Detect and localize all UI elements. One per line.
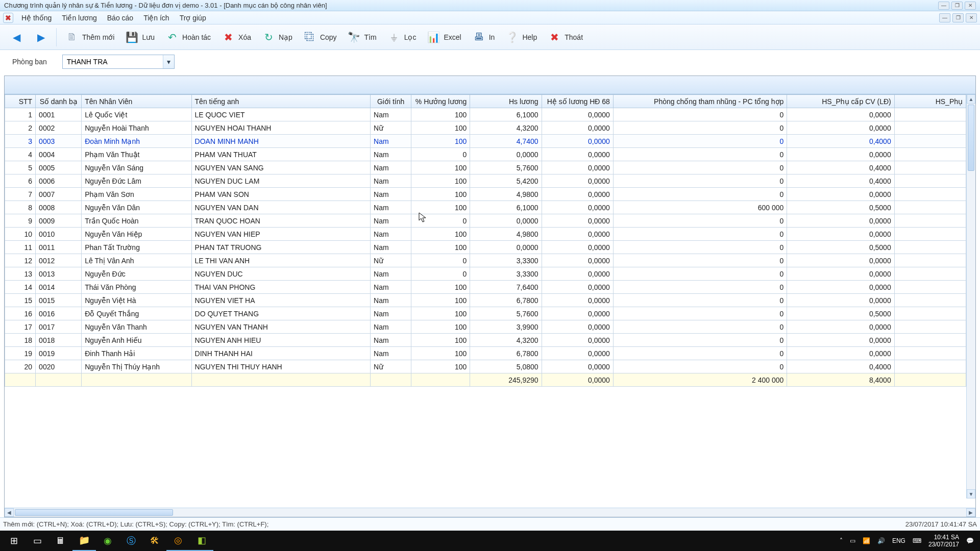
cell-gt: Nam [371, 108, 411, 121]
table-row[interactable]: 120012Lê Thị Vân AnhLE THI VAN ANHNữ03,3… [5, 254, 966, 267]
table-row[interactable]: 20002Nguyễn Hoài ThanhNGUYEN HOAI THANHN… [5, 121, 966, 135]
tools-icon[interactable]: 🛠 [143, 531, 166, 551]
window-minimize-button[interactable]: — [938, 2, 949, 10]
camtasia-icon[interactable]: ◧ [190, 531, 213, 551]
col-stt[interactable]: STT [5, 95, 36, 108]
battery-icon[interactable]: ▭ [850, 537, 855, 544]
excel-button[interactable]: 📊Excel [422, 28, 467, 46]
menu-trogiup[interactable]: Trợ giúp [175, 13, 211, 23]
grid-group-panel[interactable] [5, 76, 975, 94]
language-indicator[interactable]: ENG [892, 537, 905, 544]
table-row[interactable]: 70007Phạm Văn SơnPHAM VAN SONNam1004,980… [5, 188, 966, 201]
print-label: In [489, 33, 495, 41]
keyboard-icon[interactable]: ⌨ [913, 537, 921, 544]
notifications-icon[interactable]: 💬 [966, 537, 974, 544]
cell-pccv: 0,0000 [787, 347, 894, 360]
delete-button[interactable]: ✖Xóa [216, 28, 256, 46]
cell-hl: 0 [411, 148, 470, 161]
new-button[interactable]: 🗎Thêm mới [60, 28, 119, 46]
nav-forward-button[interactable]: ▶ [29, 28, 53, 46]
cell-tta: NGUYEN VAN THANH [191, 320, 371, 334]
calculator-icon[interactable]: 🖩 [49, 531, 72, 551]
table-row[interactable]: 60006Nguyễn Đức LâmNGUYEN DUC LAMNam1005… [5, 174, 966, 188]
horizontal-scrollbar[interactable]: ◀ ▶ [5, 508, 975, 517]
mdi-restore-button[interactable]: ❐ [952, 13, 964, 22]
table-row[interactable]: 80008Nguyễn Văn DânNGUYEN VAN DANNam1006… [5, 201, 966, 214]
table-row[interactable]: 190019Đinh Thanh HảiDINH THANH HAINam100… [5, 347, 966, 360]
mdi-minimize-button[interactable]: — [939, 13, 950, 22]
table-row[interactable]: 140014Thái Văn PhòngTHAI VAN PHONGNam100… [5, 281, 966, 294]
help-button[interactable]: ❔Help [500, 28, 542, 46]
print-button[interactable]: 🖶In [467, 28, 500, 46]
col-hl[interactable]: % Hưởng lương [411, 95, 470, 108]
network-icon[interactable]: 📶 [863, 537, 870, 544]
col-sdb[interactable]: Số danh bạ [36, 95, 82, 108]
mdi-close-button[interactable]: ✕ [966, 13, 977, 22]
menu-tienluong[interactable]: Tiền lương [57, 13, 102, 23]
cell-hs68: 0,0000 [542, 347, 613, 360]
copy-button[interactable]: ⿻Copy [298, 28, 342, 46]
table-row[interactable]: 180018Nguyễn Anh HiếuNGUYEN ANH HIEUNam1… [5, 334, 966, 347]
table-row[interactable]: 30003Đoàn Minh MạnhDOAN MINH MANHNam1004… [5, 135, 966, 148]
menu-baocao[interactable]: Báo cáo [102, 13, 138, 23]
reload-button[interactable]: ↻Nạp [256, 28, 298, 46]
skype-icon[interactable]: Ⓢ [119, 531, 143, 551]
vertical-scrollbar[interactable]: ▲ ▼ [966, 94, 975, 498]
scroll-thumb[interactable] [968, 105, 974, 171]
window-close-button[interactable]: ✕ [965, 2, 976, 10]
table-row[interactable]: 200020Nguyễn Thị Thúy HạnhNGUYEN THI THU… [5, 360, 966, 373]
window-restore-button[interactable]: ❐ [951, 2, 963, 10]
cell-pccv: 0,0000 [787, 267, 894, 281]
table-row[interactable]: 40004Phạm Văn ThuậtPHAM VAN THUATNam00,0… [5, 148, 966, 161]
app-icon-2[interactable]: ◎ [166, 531, 190, 551]
col-hsl[interactable]: Hs lương [470, 95, 542, 108]
start-button[interactable]: ⊞ [2, 531, 26, 551]
table-row[interactable]: 100010Nguyễn Văn HiệpNGUYEN VAN HIEPNam1… [5, 228, 966, 241]
col-pctn[interactable]: Phòng chống tham nhũng - PC tổng hợp [613, 95, 787, 108]
exit-button[interactable]: ✖Thoát [542, 28, 588, 46]
table-row[interactable]: 160016Đỗ Quyết ThắngDO QUYET THANGNam100… [5, 307, 966, 320]
dept-combo[interactable]: THANH TRA ▾ [62, 55, 175, 69]
scroll-up-icon[interactable]: ▲ [967, 94, 975, 104]
table-row[interactable]: 10001Lê Quốc ViệtLE QUOC VIETNam1006,100… [5, 108, 966, 121]
task-view-icon[interactable]: ▭ [26, 531, 49, 551]
mdi-icon[interactable]: ✖ [3, 13, 13, 23]
table-row[interactable]: 150015Nguyễn Việt HàNGUYEN VIET HANam100… [5, 294, 966, 307]
volume-icon[interactable]: 🔊 [877, 537, 885, 544]
nav-back-button[interactable]: ◀ [4, 28, 29, 46]
col-hs68[interactable]: Hệ số lương HĐ 68 [542, 95, 613, 108]
cell-sdb: 0008 [36, 201, 82, 214]
col-tta[interactable]: Tên tiếng anh [191, 95, 371, 108]
col-pccv[interactable]: HS_Phụ cấp CV (LĐ) [787, 95, 894, 108]
cell-hsl: 5,4200 [470, 174, 542, 188]
file-explorer-icon[interactable]: 📁 [72, 531, 96, 551]
taskbar-clock[interactable]: 10:41 SA 23/07/2017 [928, 534, 959, 548]
tray-chevron-icon[interactable]: ˄ [840, 537, 843, 544]
cell-hsl: 4,3200 [470, 334, 542, 347]
cell-gt: Nam [371, 174, 411, 188]
cell-tta: NGUYEN DUC LAM [191, 174, 371, 188]
cell-sdb: 0019 [36, 347, 82, 360]
scroll-left-icon[interactable]: ◀ [5, 508, 14, 517]
table-row[interactable]: 110011Phan Tất TrườngPHAN TAT TRUONGNam1… [5, 241, 966, 254]
filter-button[interactable]: ⏚Lọc [382, 28, 422, 46]
cell-tnv: Nguyễn Văn Hiệp [82, 228, 191, 241]
hscroll-thumb[interactable] [15, 509, 173, 516]
find-button[interactable]: 🔭Tìm [342, 28, 382, 46]
app-icon-1[interactable]: ◉ [96, 531, 119, 551]
table-row[interactable]: 90009Trần Quốc HoànTRAN QUOC HOANNam00,0… [5, 214, 966, 228]
save-button[interactable]: 💾Lưu [119, 28, 160, 46]
undo-button[interactable]: ↶Hoàn tác [160, 28, 216, 46]
table-row[interactable]: 170017Nguyễn Văn ThanhNGUYEN VAN THANHNa… [5, 320, 966, 334]
table-row[interactable]: 50005Nguyễn Văn SángNGUYEN VAN SANGNam10… [5, 161, 966, 174]
col-gt[interactable]: Giới tính [371, 95, 411, 108]
menu-tienich[interactable]: Tiện ích [138, 13, 175, 23]
table-row[interactable]: 130013Nguyễn ĐứcNGUYEN DUCNam03,33000,00… [5, 267, 966, 281]
scroll-right-icon[interactable]: ▶ [966, 508, 975, 517]
menu-hethong[interactable]: Hệ thống [16, 13, 57, 23]
save-label: Lưu [142, 33, 155, 41]
cell-hs68: 0,0000 [542, 228, 613, 241]
col-hsphu[interactable]: HS_Phụ [894, 95, 966, 108]
scroll-down-icon[interactable]: ▼ [967, 489, 975, 498]
col-tnv[interactable]: Tên Nhân Viên [82, 95, 191, 108]
